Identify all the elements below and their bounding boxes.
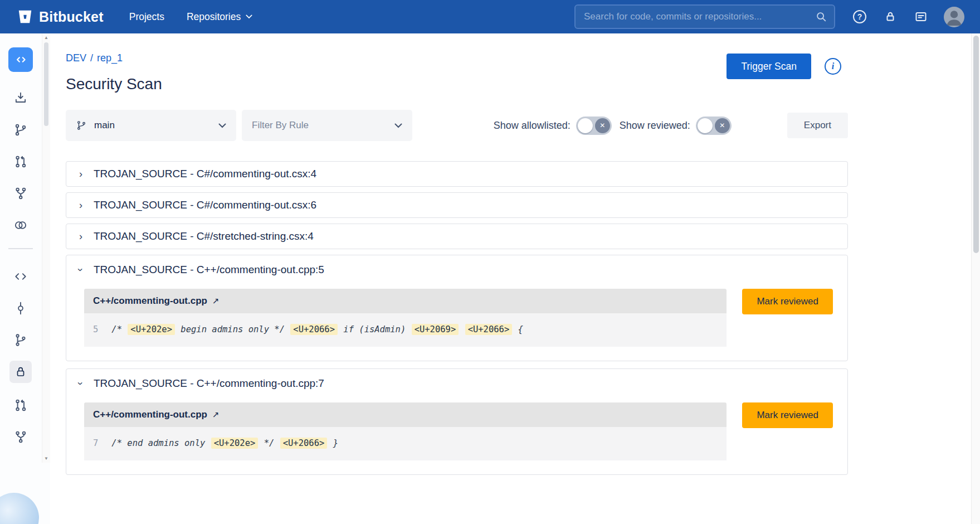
fork-icon bbox=[13, 430, 28, 444]
scroll-up-icon[interactable]: ▲ bbox=[42, 35, 50, 40]
finding-row-collapsed[interactable]: › TROJAN_SOURCE - C#/commenting-out.csx:… bbox=[66, 192, 848, 218]
sidebar-item-commits[interactable] bbox=[13, 301, 28, 316]
line-number: 5 bbox=[93, 322, 98, 337]
sidebar-item-source[interactable] bbox=[13, 269, 28, 284]
trigger-scan-button[interactable]: Trigger Scan bbox=[727, 54, 811, 79]
sidebar-item-security-scan[interactable] bbox=[9, 361, 32, 383]
code-fragment: */ bbox=[259, 438, 279, 448]
show-reviewed-label: Show reviewed: bbox=[620, 120, 690, 132]
topbar-icon-group: ? bbox=[852, 7, 964, 27]
page-scrollbar-thumb[interactable] bbox=[973, 36, 979, 253]
toggle-knob bbox=[698, 118, 713, 133]
code-fragment: if (isAdmin) bbox=[338, 324, 411, 334]
bitbucket-home-link[interactable]: Bitbucket bbox=[17, 8, 104, 25]
toggle-off-icon: ✕ bbox=[595, 118, 610, 133]
breadcrumb: DEV/rep_1 bbox=[66, 52, 162, 64]
code-line: /* end admins only <U+202e> */ <U+2066> … bbox=[111, 436, 338, 450]
code-fragment: begin admins only */ bbox=[175, 324, 290, 334]
sidebar-item-branch[interactable] bbox=[13, 123, 28, 137]
scroll-down-icon[interactable]: ▼ bbox=[42, 456, 50, 461]
code-fragment: } bbox=[328, 438, 338, 448]
sidebar-item-clone[interactable] bbox=[13, 91, 28, 105]
sidebar-item-pull-requests-2[interactable] bbox=[13, 398, 28, 413]
finding-header[interactable]: › TROJAN_SOURCE - C++/commenting-out.cpp… bbox=[66, 369, 847, 398]
nav-projects[interactable]: Projects bbox=[129, 11, 164, 23]
help-button[interactable]: ? bbox=[852, 9, 867, 25]
unicode-token: <U+2069> bbox=[412, 324, 459, 335]
fork-icon bbox=[13, 186, 28, 201]
feedback-panel-icon bbox=[914, 10, 928, 23]
security-lock-button[interactable] bbox=[883, 9, 898, 25]
page-scrollbar[interactable] bbox=[971, 33, 980, 524]
export-button[interactable]: Export bbox=[787, 113, 848, 138]
pull-request-icon bbox=[13, 154, 28, 169]
sidebar-divider bbox=[8, 248, 33, 249]
rule-filter-placeholder: Filter By Rule bbox=[252, 120, 309, 131]
code-snippet-panel: C++/commenting-out.cpp ↗ 7 /* end admins… bbox=[84, 402, 727, 460]
toggle-group: Show allowlisted: ✕ Show reviewed: ✕ bbox=[494, 117, 732, 135]
finding-row-collapsed[interactable]: › TROJAN_SOURCE - C#/commenting-out.csx:… bbox=[66, 161, 848, 187]
show-reviewed-toggle[interactable]: ✕ bbox=[696, 117, 732, 135]
search-input[interactable] bbox=[584, 11, 815, 22]
toggle-knob bbox=[578, 118, 593, 133]
external-link-icon[interactable]: ↗ bbox=[212, 296, 220, 306]
branch-selector-value: main bbox=[94, 120, 115, 131]
toggle-off-icon: ✕ bbox=[715, 118, 730, 133]
rule-filter-selector[interactable]: Filter By Rule bbox=[242, 110, 412, 141]
security-lock-icon bbox=[14, 365, 27, 379]
lock-icon bbox=[884, 10, 897, 23]
sidebar-item-fork[interactable] bbox=[13, 186, 28, 201]
chevron-down-icon: › bbox=[76, 382, 86, 385]
sidebar-item-forks-2[interactable] bbox=[13, 430, 28, 444]
source-code-icon bbox=[13, 269, 28, 284]
finding-expanded: › TROJAN_SOURCE - C++/commenting-out.cpp… bbox=[66, 255, 848, 361]
sidebar-item-branches[interactable] bbox=[13, 333, 28, 347]
external-link-icon[interactable]: ↗ bbox=[212, 410, 220, 420]
finding-header[interactable]: › TROJAN_SOURCE - C++/commenting-out.cpp… bbox=[66, 255, 847, 284]
sidebar-item-code-browser[interactable] bbox=[8, 47, 33, 72]
chevron-right-icon: › bbox=[79, 200, 82, 210]
chevron-down-icon: › bbox=[76, 268, 86, 271]
page-header: DEV/rep_1 Security Scan Trigger Scan i bbox=[66, 52, 848, 93]
branch-icon bbox=[76, 120, 87, 131]
code-snippet-panel: C++/commenting-out.cpp ↗ 5 /* <U+202e> b… bbox=[84, 289, 727, 347]
top-navigation-bar: Bitbucket Projects Repositories ? bbox=[0, 0, 980, 33]
info-icon[interactable]: i bbox=[825, 58, 841, 75]
sidebar-item-pull-request[interactable] bbox=[13, 154, 28, 169]
file-link[interactable]: C++/commenting-out.cpp bbox=[93, 409, 207, 420]
sidebar-item-compare[interactable] bbox=[13, 218, 28, 232]
clone-icon bbox=[13, 91, 28, 105]
mark-reviewed-button[interactable]: Mark reviewed bbox=[742, 289, 833, 314]
code-fragment bbox=[459, 324, 464, 334]
brand-name: Bitbucket bbox=[39, 9, 104, 25]
user-avatar[interactable] bbox=[944, 7, 964, 27]
commits-icon bbox=[13, 301, 28, 316]
unicode-token: <U+202e> bbox=[128, 324, 175, 335]
show-allowlisted-toggle[interactable]: ✕ bbox=[576, 117, 612, 135]
breadcrumb-project-link[interactable]: DEV bbox=[66, 52, 86, 64]
sidebar-scrollbar[interactable]: ▲ ▼ bbox=[42, 33, 50, 463]
finding-row-collapsed[interactable]: › TROJAN_SOURCE - C#/stretched-string.cs… bbox=[66, 224, 848, 249]
chevron-down-icon bbox=[246, 14, 252, 19]
code-line: /* <U+202e> begin admins only */ <U+2066… bbox=[111, 322, 523, 337]
unicode-token: <U+2066> bbox=[280, 438, 328, 449]
sidebar-scrollbar-thumb[interactable] bbox=[44, 42, 48, 126]
file-link[interactable]: C++/commenting-out.cpp bbox=[93, 295, 207, 307]
filter-controls: main Filter By Rule Show allowlisted: ✕ … bbox=[66, 110, 848, 141]
feedback-panel-button[interactable] bbox=[913, 9, 929, 25]
finding-title: TROJAN_SOURCE - C#/commenting-out.csx:6 bbox=[94, 199, 316, 211]
compare-icon bbox=[13, 218, 28, 232]
mark-reviewed-button[interactable]: Mark reviewed bbox=[742, 402, 833, 428]
finding-title: TROJAN_SOURCE - C++/commenting-out.cpp:5 bbox=[94, 264, 324, 276]
breadcrumb-separator: / bbox=[90, 52, 93, 64]
breadcrumb-repo-link[interactable]: rep_1 bbox=[97, 52, 123, 64]
code-browser-icon bbox=[13, 52, 28, 67]
line-number: 7 bbox=[93, 436, 98, 450]
code-fragment: /* end admins only bbox=[111, 438, 210, 448]
nav-repositories[interactable]: Repositories bbox=[187, 11, 252, 23]
findings-list: › TROJAN_SOURCE - C#/commenting-out.csx:… bbox=[66, 161, 848, 475]
nav-repositories-label: Repositories bbox=[187, 11, 241, 23]
branch-selector[interactable]: main bbox=[66, 110, 236, 141]
search-icon[interactable] bbox=[815, 11, 827, 23]
code-fragment: { bbox=[513, 324, 523, 334]
